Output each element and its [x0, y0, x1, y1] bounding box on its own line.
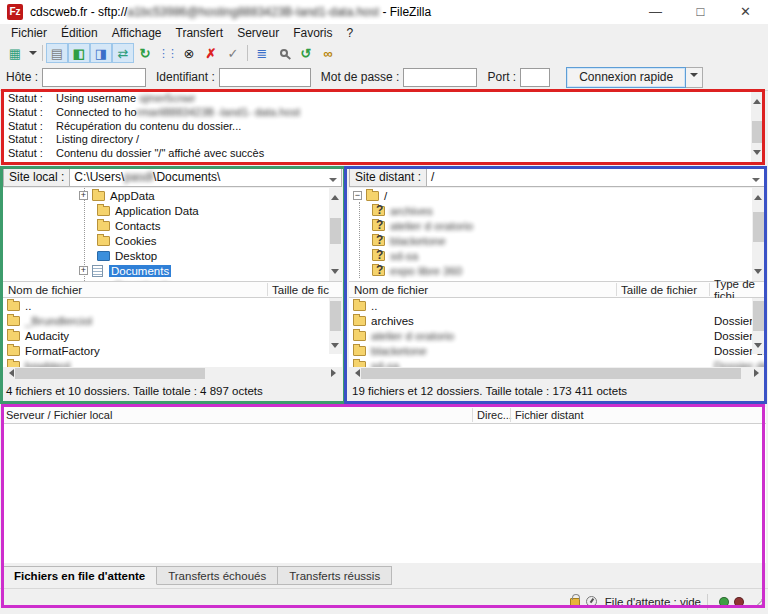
- site-manager-button[interactable]: ▦: [4, 43, 26, 63]
- expander-icon[interactable]: +: [79, 266, 88, 275]
- column-remote-file[interactable]: Fichier distant: [515, 409, 583, 421]
- column-divider[interactable]: [472, 408, 473, 422]
- column-divider[interactable]: [709, 283, 710, 296]
- cancel-button[interactable]: ⊗: [178, 43, 200, 63]
- remote-tree-scrollbar[interactable]: [752, 188, 765, 281]
- scroll-up-icon[interactable]: [754, 191, 762, 200]
- local-tree-scrollbar[interactable]: [329, 188, 342, 281]
- scrollbar-thumb[interactable]: [753, 212, 764, 242]
- port-input[interactable]: [520, 68, 550, 87]
- local-list-scrollbar[interactable]: [329, 298, 342, 354]
- tree-item-remote[interactable]: atelier d oratorio: [349, 218, 765, 233]
- file-row[interactable]: sd-saDossier de fi: [349, 358, 765, 367]
- menu-affichage[interactable]: Affichage: [105, 26, 169, 40]
- scroll-right-icon[interactable]: [754, 369, 763, 377]
- expander-icon[interactable]: −: [353, 191, 362, 200]
- tree-item-remote[interactable]: expo libre 360: [349, 263, 765, 278]
- remote-file-list[interactable]: .. archivesDossier de fi atelier d orato…: [349, 298, 765, 367]
- disconnect-button[interactable]: ✗: [200, 43, 222, 63]
- synchronized-browsing-button[interactable]: ↺: [295, 43, 317, 63]
- remote-hscrollbar[interactable]: [349, 367, 765, 380]
- speed-limit-icon[interactable]: [586, 596, 597, 607]
- column-divider[interactable]: [616, 283, 617, 296]
- menu-serveur[interactable]: Serveur: [230, 26, 286, 40]
- scrollbar-thumb[interactable]: [752, 121, 763, 143]
- site-manager-dropdown[interactable]: [26, 43, 39, 63]
- toggle-queue-button[interactable]: ⇄: [112, 43, 134, 63]
- scroll-left-icon[interactable]: [5, 369, 14, 377]
- file-row-up[interactable]: ..: [3, 298, 342, 313]
- scroll-down-icon[interactable]: [754, 343, 762, 352]
- local-directory-tree[interactable]: +AppData Application Data Contacts Cooki…: [3, 188, 342, 281]
- tree-item-contacts[interactable]: Contacts: [3, 218, 342, 233]
- menu-fichier[interactable]: Fichier: [4, 26, 54, 40]
- remote-path-combo[interactable]: /: [427, 167, 765, 187]
- file-row-formatfactory[interactable]: FormatFactory: [3, 343, 342, 358]
- file-row-audacity[interactable]: Audacity: [3, 328, 342, 343]
- transfer-queue-body[interactable]: [2, 424, 766, 563]
- menu-transfert[interactable]: Transfert: [169, 26, 231, 40]
- tree-item-cookies[interactable]: Cookies: [3, 233, 342, 248]
- scrollbar-thumb[interactable]: [361, 368, 741, 379]
- file-row-archives[interactable]: archivesDossier de fi: [349, 313, 765, 328]
- tab-files-queued[interactable]: Fichiers en file d'attente: [2, 566, 157, 585]
- tree-item-documents[interactable]: +Documents: [3, 263, 342, 278]
- scroll-up-icon[interactable]: [753, 95, 761, 104]
- filter-button[interactable]: ≣: [251, 43, 273, 63]
- password-input[interactable]: [403, 68, 477, 87]
- column-size[interactable]: Taille de fichier: [621, 284, 697, 296]
- toggle-local-tree-button[interactable]: ◧: [68, 43, 90, 63]
- minimize-button[interactable]: —: [633, 0, 678, 24]
- scrollbar-thumb[interactable]: [15, 368, 205, 379]
- toggle-remote-tree-button[interactable]: ◨: [90, 43, 112, 63]
- file-row[interactable]: bswbteol: [3, 358, 342, 367]
- tree-item-remote[interactable]: archives: [349, 203, 765, 218]
- scroll-up-icon[interactable]: [331, 191, 339, 200]
- log-scrollbar[interactable]: [751, 92, 764, 162]
- tab-failed-transfers[interactable]: Transferts échoués: [157, 566, 278, 585]
- scroll-down-icon[interactable]: [331, 269, 339, 278]
- column-name[interactable]: Nom de fichier: [349, 284, 428, 296]
- file-row[interactable]: _Brundlerciol: [3, 313, 342, 328]
- tree-item-desktop[interactable]: Desktop: [3, 248, 342, 263]
- tree-item-root[interactable]: −/: [349, 188, 765, 203]
- file-row[interactable]: atelier d oratorioDossier de fi: [349, 328, 765, 343]
- local-path-combo[interactable]: C:\Users\pasdl\Documents\: [70, 167, 342, 187]
- scroll-down-icon[interactable]: [753, 150, 761, 159]
- find-files-button[interactable]: ∞: [317, 43, 339, 63]
- refresh-button[interactable]: ↻: [134, 43, 156, 63]
- scrollbar-thumb[interactable]: [753, 301, 764, 331]
- username-input[interactable]: [219, 68, 311, 87]
- menu-edition[interactable]: Édition: [54, 26, 105, 40]
- message-log[interactable]: Statut :Using username sjmer5cnwr Statut…: [4, 92, 764, 162]
- file-row[interactable]: blacketoneDossier de fi: [349, 343, 765, 358]
- scroll-down-icon[interactable]: [331, 343, 339, 352]
- host-input[interactable]: [42, 68, 146, 87]
- scrollbar-thumb[interactable]: [330, 218, 341, 244]
- tab-successful-transfers[interactable]: Transferts réussis: [278, 566, 392, 585]
- process-queue-button[interactable]: ⋮⋮: [156, 43, 178, 63]
- directory-comparison-button[interactable]: [273, 43, 295, 63]
- column-name[interactable]: Nom de fichier: [3, 284, 82, 296]
- remote-list-scrollbar[interactable]: [752, 298, 765, 354]
- column-divider[interactable]: [267, 283, 268, 296]
- quickconnect-dropdown[interactable]: [686, 67, 703, 88]
- resize-grip[interactable]: [754, 597, 764, 607]
- local-hscrollbar[interactable]: [3, 367, 342, 380]
- local-file-list[interactable]: .. _Brundlerciol Audacity FormatFactory …: [3, 298, 342, 367]
- quickconnect-button[interactable]: Connexion rapide: [566, 67, 686, 88]
- remote-directory-tree[interactable]: −/ archives atelier d oratorio blacketon…: [349, 188, 765, 281]
- column-divider[interactable]: [510, 408, 511, 422]
- column-server-local-file[interactable]: Serveur / Fichier local: [6, 409, 112, 421]
- menu-favoris[interactable]: Favoris: [286, 26, 339, 40]
- close-button[interactable]: ✕: [723, 0, 768, 24]
- tree-item-application-data[interactable]: Application Data: [3, 203, 342, 218]
- scroll-left-icon[interactable]: [351, 369, 360, 377]
- menu-help[interactable]: ?: [340, 26, 361, 40]
- file-row-up[interactable]: ..: [349, 298, 765, 313]
- column-direction[interactable]: Direc...: [477, 409, 512, 421]
- scroll-right-icon[interactable]: [331, 369, 340, 377]
- reconnect-button[interactable]: ✓: [222, 43, 244, 63]
- column-size[interactable]: Taille de fic: [272, 284, 329, 296]
- tree-item-appdata[interactable]: +AppData: [3, 188, 342, 203]
